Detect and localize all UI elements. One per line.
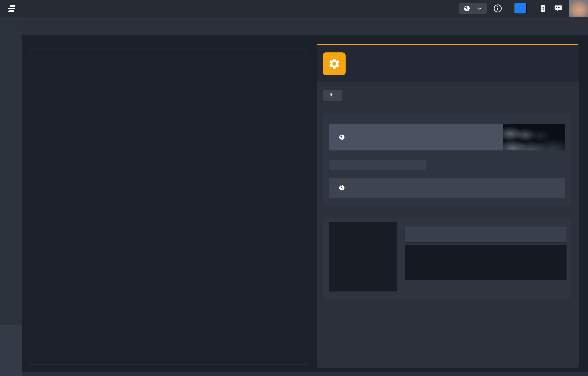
info-button[interactable] (492, 2, 504, 14)
application-settings-screen (0, 0, 588, 376)
main-content (22, 35, 588, 376)
user-avatar[interactable] (569, 0, 588, 17)
tenant-selector[interactable] (459, 3, 487, 14)
globe-icon (463, 5, 470, 12)
upload-logo-button[interactable] (323, 89, 342, 101)
reply-textarea[interactable] (405, 245, 567, 280)
page-title-bar (22, 17, 588, 35)
settings-list (29, 48, 308, 365)
d3-logo-icon (7, 5, 16, 12)
chevron-down-icon (477, 5, 483, 11)
file-info-icon (539, 4, 547, 13)
gear-icon (328, 57, 340, 70)
release-notes-button[interactable] (537, 2, 549, 14)
info-circle-icon (493, 4, 503, 13)
site-logo-placeholder (336, 185, 351, 191)
new-incident-button[interactable] (514, 3, 527, 14)
panel-body (317, 82, 579, 368)
cover-page-image (503, 124, 565, 150)
email-template-card (323, 218, 571, 299)
bottom-scrollbar-track[interactable] (22, 372, 588, 376)
header-logo-preview (329, 178, 565, 198)
topnav-divider (532, 3, 532, 14)
email-preview (405, 222, 568, 291)
cover-page-logo-area (329, 124, 503, 150)
site-logo-globe-icon (338, 134, 345, 141)
task-details-box (405, 227, 567, 242)
chat-bubble-icon (554, 4, 563, 13)
cover-page-preview (329, 124, 565, 150)
logo-customization-panel (317, 44, 579, 368)
email-logo-area (329, 222, 397, 291)
company-url-input[interactable] (329, 160, 426, 170)
left-icon-sidebar (0, 17, 22, 376)
d3-logo[interactable] (0, 0, 25, 17)
logo-customization-icon-badge (323, 52, 346, 75)
panel-header (317, 45, 579, 82)
topnav-divider (509, 3, 509, 14)
sidebar-bottom-group (0, 325, 22, 376)
upload-icon (328, 92, 334, 99)
topnav-right-cluster (459, 0, 588, 17)
site-logo-globe-icon (338, 185, 345, 191)
incident-report-card (323, 113, 571, 206)
top-navigation-bar (0, 0, 588, 17)
site-logo-placeholder (336, 134, 351, 141)
chat-button[interactable] (552, 2, 564, 14)
panel-accent-bar (317, 44, 579, 45)
